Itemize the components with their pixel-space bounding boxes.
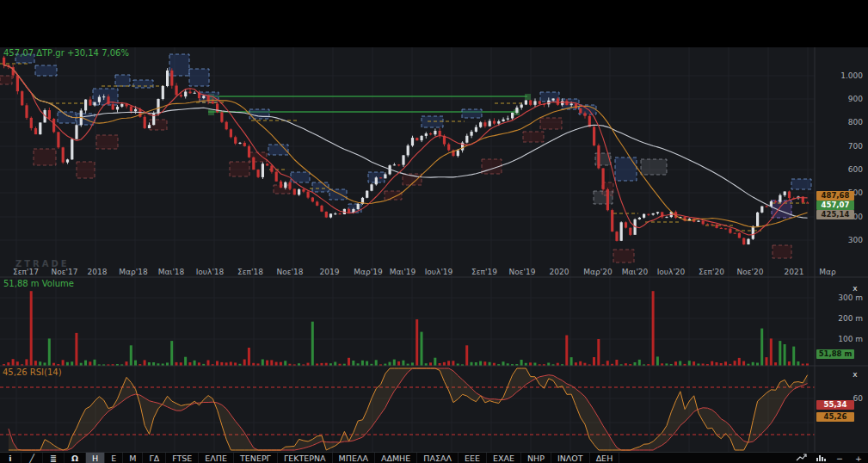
bar-chart-button[interactable]	[811, 453, 830, 463]
ticker-tab-Ε[interactable]: Ε	[105, 453, 123, 463]
bottom-toolbar: i╱≣Ω ΗΕΜΓΔFTSEΕΛΠΕΤΕΝΕΡΓΓΕΚΤΕΡΝΑΜΠΕΛΑΑΔΜ…	[0, 452, 868, 463]
ticker-tab-ΔΕΗ[interactable]: ΔΕΗ	[590, 453, 620, 463]
ticker-tab-ΕΧΑΕ[interactable]: ΕΧΑΕ	[487, 453, 521, 463]
line-chart-icon	[796, 454, 808, 462]
info-icon[interactable]: i	[0, 453, 22, 463]
ticker-tab-ΝΗΡ[interactable]: ΝΗΡ	[521, 453, 551, 463]
ticker-tab-Μ[interactable]: Μ	[123, 453, 143, 463]
ticker-tab-ΑΔΜΗΕ[interactable]: ΑΔΜΗΕ	[375, 453, 417, 463]
ticker-tab-ΠΑΣΑΛ[interactable]: ΠΑΣΑΛ	[417, 453, 459, 463]
rsi-close-button[interactable]: x	[850, 369, 860, 380]
ztrade-chart-window: 457,07 ΔΤΡ.gr +30,14 7,06% ZTRADE 1.0009…	[0, 0, 868, 463]
ticker-tab-ΓΕΚΤΕΡΝΑ[interactable]: ΓΕΚΤΕΡΝΑ	[278, 453, 333, 463]
trendline-icon[interactable]: ╱	[22, 453, 43, 463]
ticker-tab-ΙΝΛΟΤ[interactable]: ΙΝΛΟΤ	[551, 453, 590, 463]
ticker-tab-ΕΛΠΕ[interactable]: ΕΛΠΕ	[199, 453, 234, 463]
ticker-tab-Η[interactable]: Η	[86, 453, 105, 463]
zoom-in-button[interactable]: +	[849, 453, 868, 463]
toolbar-spacer	[619, 453, 792, 463]
ticker-tab-ΤΕΝΕΡΓ[interactable]: ΤΕΝΕΡΓ	[234, 453, 278, 463]
line-chart-button[interactable]	[792, 453, 811, 463]
omega-icon[interactable]: Ω	[65, 453, 86, 463]
ticker-tab-ΓΔ[interactable]: ΓΔ	[143, 453, 166, 463]
volume-close-button[interactable]: x	[850, 283, 860, 293]
ticker-tab-ΜΠΕΛΑ[interactable]: ΜΠΕΛΑ	[333, 453, 375, 463]
ticker-tab-FTSE[interactable]: FTSE	[166, 453, 199, 463]
rsi-indicator-label: 45,26 RSI(14)	[3, 367, 62, 377]
toolbar-tool-icons: i╱≣Ω	[0, 453, 86, 463]
volume-indicator-label: 51,88 m Volume	[3, 279, 74, 288]
ticker-tab-ΕΕΕ[interactable]: ΕΕΕ	[459, 453, 487, 463]
chart-canvas[interactable]	[0, 0, 868, 463]
ticker-tabs: ΗΕΜΓΔFTSEΕΛΠΕΤΕΝΕΡΓΓΕΚΤΕΡΝΑΜΠΕΛΑΑΔΜΗΕΠΑΣ…	[86, 453, 619, 463]
watchlist-icon[interactable]: ≣	[43, 453, 65, 463]
zoom-out-button[interactable]: −	[830, 453, 849, 463]
bar-chart-icon	[816, 454, 827, 462]
